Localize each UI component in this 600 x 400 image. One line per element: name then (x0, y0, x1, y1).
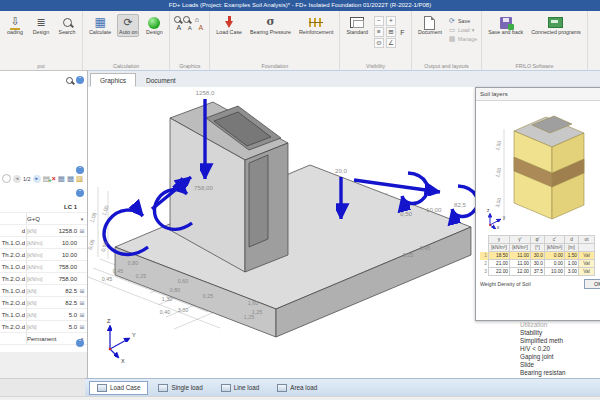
manage-layout-icon: ▩ (448, 35, 456, 43)
combination-row[interactable]: G+Q ▾ (0, 213, 87, 225)
values-button[interactable]: Val (579, 252, 595, 260)
tab-single-load[interactable]: Single load (150, 381, 210, 395)
panel-collapse-icon[interactable]: ˆ (76, 76, 84, 84)
title-bar[interactable]: FD+ Loads (Project: Examples Soil Analys… (0, 0, 600, 11)
ribbon-group-calculation: ▦ Calculate ⟳ Auto on Design Calculation (83, 11, 170, 70)
standard-view-button[interactable]: Standard (344, 14, 370, 48)
svg-text:y: y (503, 215, 506, 220)
font-smaller-icon[interactable]: A (185, 25, 194, 31)
connected-programs-button[interactable]: Connected programs (529, 14, 582, 37)
svg-text:0,40: 0,40 (160, 309, 170, 315)
record-icon[interactable] (2, 174, 11, 183)
calculate-button[interactable]: ▦ Calculate (87, 14, 113, 37)
tab-line-load[interactable]: Line load (213, 381, 268, 395)
document-button[interactable]: Document (416, 14, 444, 43)
tab-area-load[interactable]: Area load (269, 381, 325, 395)
table-add-icon[interactable]: ▦ (67, 175, 74, 183)
design-calc-button[interactable]: Design (143, 14, 165, 37)
load-case-button[interactable]: Load Case (214, 14, 244, 37)
svg-text:0,60: 0,60 (178, 278, 188, 284)
combination-select[interactable]: G+Q (25, 216, 77, 222)
window-title: FD+ Loads (Project: Examples Soil Analys… (169, 2, 431, 8)
save-and-back-button[interactable]: Save and back (486, 14, 525, 37)
table-row[interactable]: Th.1.O.d[kN] 5.0 ⊞ (0, 309, 87, 321)
save-layout-button[interactable]: ⟳ Save (448, 17, 477, 25)
labels-f-icon[interactable]: F (398, 29, 407, 36)
values-button[interactable]: Val (579, 268, 595, 276)
sigma-icon: σ (266, 15, 274, 30)
table-row[interactable]: Th.1.O.d[kN/m] 758.00 (0, 261, 87, 273)
search-button[interactable]: Search (56, 14, 78, 37)
table-row[interactable]: Th.1.O.d[kN/m] 10.00 (0, 237, 87, 249)
expand-icon[interactable]: + (386, 16, 396, 26)
svg-text:0,45: 0,45 (102, 276, 112, 282)
soil-row-2[interactable]: 2 21.0011.00 30.00.00 1.00 Val (480, 260, 595, 268)
tab-document[interactable]: Document (136, 73, 186, 87)
action-select[interactable]: Permanent (25, 336, 77, 342)
load-type-tab-bar: Load Case Single load Line load Area loa… (85, 378, 600, 396)
loading-button[interactable]: ⇩ oading (4, 14, 26, 37)
soil-panel-titlebar[interactable]: Soil layers — (476, 88, 600, 101)
save-layout-icon: ⟳ (448, 17, 456, 25)
next-load-case-icon[interactable]: ► (33, 175, 41, 183)
settings-icon[interactable]: ⊙ (374, 38, 384, 48)
bearing-pressure-button[interactable]: σ Bearing Pressure (248, 14, 293, 37)
zoom-in-icon[interactable] (174, 16, 181, 23)
detail-grid-icon[interactable]: ⊞ (77, 323, 87, 330)
ribbon: ⇩ oading ≣ Design Search put ▦ Calculate (0, 11, 600, 71)
svg-text:3,00: 3,00 (178, 307, 188, 313)
ok-button[interactable]: OK (584, 279, 600, 289)
panel-search-icon[interactable] (66, 77, 73, 84)
ribbon-group-input: ⇩ oading ≣ Design Search put (0, 11, 83, 70)
table-view-icon[interactable]: ▦ (58, 175, 65, 183)
auto-on-toggle[interactable]: ⟳ Auto on (117, 14, 139, 37)
soil-row-1[interactable]: 1 18.5011.00 30.00.00 1.50 Val (480, 252, 595, 260)
group-label-visibility: Visibility (340, 63, 411, 69)
svg-text:0,25: 0,25 (136, 273, 146, 279)
layers-icon[interactable]: ≡ (374, 27, 384, 37)
tab-load-case[interactable]: Load Case (89, 381, 148, 395)
soil-layers-table: γγ' φ'c' dot [kN/m³][kN/m³] [°][kN/m²] [… (480, 235, 595, 276)
add-load-case-icon[interactable]: ▤+ (43, 175, 50, 183)
manage-layout-button[interactable]: ▩ Manage (448, 35, 477, 43)
clear-icon[interactable]: ▨ (76, 175, 83, 183)
detail-grid-icon[interactable]: ⊞ (77, 227, 87, 234)
font-color-icon[interactable]: A (196, 24, 205, 31)
section-collapse-icon-2[interactable]: ˆ (76, 189, 84, 197)
table-row[interactable]: Th.2.O.d[kN] 82.5 ⊞ (0, 297, 87, 309)
detail-grid-icon[interactable]: ⊞ (77, 287, 87, 294)
box-view-icon[interactable]: ⊞ (386, 27, 396, 37)
font-larger-icon[interactable]: A (174, 24, 183, 31)
delete-load-case-icon[interactable]: × (52, 175, 56, 183)
group-label-output: Output and layouts (412, 63, 481, 69)
load-case-pager: 1/2 (23, 176, 31, 182)
table-row[interactable]: Th.1.O.d[kN] 82.5 ⊞ (0, 285, 87, 297)
table-row: LC 1 (0, 201, 87, 213)
action-row[interactable]: Permanent ▾ (0, 333, 87, 345)
table-row[interactable]: Th.2.O.d[kN/m] 10.00 (0, 249, 87, 261)
table-row[interactable]: d[kN] 1258.0 ⊞ (0, 225, 87, 237)
reinforcement-button[interactable]: Reinforcement (297, 14, 335, 37)
calculate-icon: ▦ (94, 15, 105, 30)
values-button[interactable]: Val (579, 260, 595, 268)
table-row[interactable]: Th.2.O.d[kN] 5.0 ⊞ (0, 321, 87, 333)
detail-grid-icon[interactable]: ⊞ (77, 299, 87, 306)
zoom-home-icon[interactable]: ⌂ (192, 16, 201, 23)
svg-text:1,25: 1,25 (244, 314, 254, 320)
section-collapse-icon-3[interactable]: ˆ (76, 339, 84, 347)
zoom-out-icon[interactable] (183, 16, 190, 23)
table-row[interactable]: Th.2.O.d[kN/m] 758.00 (0, 273, 87, 285)
prev-load-case-icon[interactable]: ◄ (13, 175, 21, 183)
svg-text:0,45: 0,45 (420, 245, 430, 251)
detail-grid-icon[interactable]: ⊞ (77, 311, 87, 318)
tab-graphics[interactable]: Graphics (90, 73, 136, 87)
design-input-button[interactable]: ≣ Design (30, 14, 52, 37)
load-case-toolbar: ◄ 1/2 ► ▤+ × ▦ ▦ ▨ (2, 174, 85, 183)
section-collapse-icon-1[interactable]: ˆ (76, 166, 84, 174)
ribbon-group-graphics: ⌂ A A A Graphics (170, 11, 210, 70)
soil-row-3[interactable]: 3 22.0012.00 37.510.00 3.00 Val (480, 268, 595, 276)
collapse-icon[interactable]: − (374, 16, 384, 26)
load-layout-button[interactable]: ▭ Load ▾ (448, 26, 477, 34)
axes-triad: Z Y X (107, 318, 136, 364)
dimension-toggle-icon[interactable]: ∠ (386, 38, 396, 48)
